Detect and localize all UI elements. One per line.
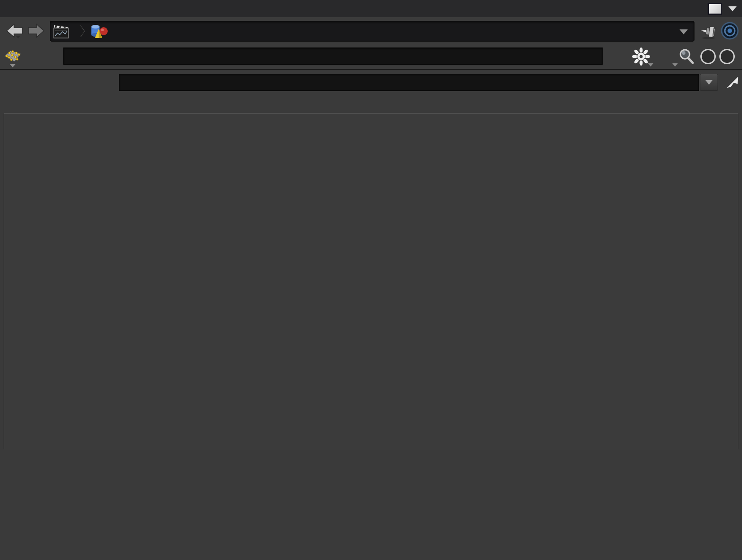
search-icon[interactable] — [678, 47, 695, 66]
breadcrumb-separator-icon — [78, 24, 86, 38]
group-dropdown-button[interactable] — [700, 74, 718, 91]
houdini-parameter-pane — [0, 0, 742, 560]
info-icon[interactable] — [700, 49, 716, 64]
breadcrumb[interactable] — [50, 21, 694, 42]
pane-maximize-icon[interactable] — [708, 3, 722, 15]
radar-link-icon[interactable] — [720, 21, 739, 40]
obj-network-icon — [53, 23, 69, 39]
parameter-panel — [4, 113, 738, 449]
forward-button[interactable] — [27, 23, 45, 39]
houdini-menu-arrow-icon[interactable] — [672, 63, 678, 66]
breadcrumb-segment-geo1[interactable] — [88, 23, 114, 39]
group-parameter-row — [0, 70, 742, 95]
help-icon[interactable] — [719, 49, 735, 64]
node-header — [0, 44, 742, 70]
pane-menu-arrow-icon[interactable] — [728, 6, 737, 11]
tab-bar — [0, 0, 742, 17]
select-arrow-icon[interactable] — [723, 73, 740, 90]
breadcrumb-dropdown-icon[interactable] — [680, 29, 688, 34]
add-tab-button[interactable] — [0, 0, 21, 17]
breadcrumb-segment-obj[interactable] — [50, 23, 76, 39]
group-field[interactable] — [119, 74, 699, 91]
node-name-field[interactable] — [63, 47, 603, 65]
pin-icon[interactable] — [699, 22, 718, 40]
pane-controls — [708, 0, 742, 17]
nav-bar — [0, 17, 742, 44]
scatter-node-icon — [4, 49, 22, 63]
node-type-menu-arrow-icon[interactable] — [10, 64, 15, 67]
gear-menu-arrow-icon[interactable] — [648, 63, 653, 66]
back-button[interactable] — [5, 23, 24, 39]
geometry-node-icon — [91, 23, 108, 39]
